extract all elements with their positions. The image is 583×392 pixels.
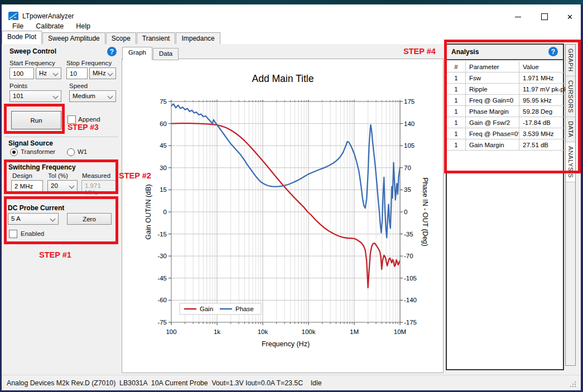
chevron-down-icon (108, 94, 113, 99)
svg-text:0: 0 (404, 209, 407, 215)
svg-text:175: 175 (404, 98, 415, 105)
svg-text:10k: 10k (258, 328, 268, 335)
start-unit-dropdown[interactable]: Hz (36, 67, 61, 79)
svg-text:30: 30 (160, 164, 167, 171)
stop-frequency-input[interactable] (66, 67, 88, 79)
minimize-icon (515, 17, 521, 17)
chart-tab-data[interactable]: Data (153, 48, 179, 60)
chevron-down-icon (53, 94, 59, 99)
svg-text:-140: -140 (404, 297, 417, 303)
w1-radio[interactable] (67, 148, 75, 156)
help-icon[interactable]: ? (107, 47, 117, 56)
svg-text:-35: -35 (404, 231, 413, 238)
points-label: Points (9, 83, 27, 89)
sweep-control-title: Sweep Control (9, 47, 56, 55)
svg-text:-75: -75 (157, 319, 167, 326)
start-frequency-label: Start Frequency (9, 60, 55, 66)
menubar: FileCalibrateHelp (2, 20, 581, 32)
svg-text:45: 45 (160, 142, 167, 149)
transformer-radio[interactable] (10, 148, 18, 156)
svg-text:35: 35 (404, 186, 411, 193)
chart-tab-graph[interactable]: Graph (122, 47, 152, 60)
desktop-background (0, 0, 583, 4)
svg-text:1M: 1M (350, 328, 359, 335)
titlebar: LTpowerAnalyzer ✕ (2, 4, 581, 20)
y-axis-label-left: Gain OUT/IN (dB) (144, 184, 152, 239)
tab-scope[interactable]: Scope (106, 32, 136, 44)
svg-text:0: 0 (163, 209, 167, 215)
window-title: LTpowerAnalyzer (22, 12, 74, 20)
annotation-box-analysis (444, 40, 581, 173)
svg-text:-15: -15 (157, 231, 167, 238)
chart-tabstrip: GraphData (122, 47, 179, 60)
tab-impedance[interactable]: Impedance (176, 32, 220, 44)
statusbar: Analog Devices M2k Rev.D (Z7010) LB3031A… (2, 375, 581, 390)
svg-text:15: 15 (160, 186, 167, 193)
screen: LTpowerAnalyzer ✕ FileCalibrateHelp Bode… (0, 0, 583, 392)
svg-text:1k: 1k (214, 328, 220, 335)
w1-label: W1 (78, 148, 87, 155)
annotation-box-switching-frequency (4, 159, 118, 194)
annotation-box-run (4, 104, 65, 134)
svg-text:70: 70 (404, 164, 411, 171)
svg-text:10M: 10M (394, 328, 406, 335)
svg-text:100: 100 (166, 328, 176, 335)
chevron-down-icon (108, 71, 113, 76)
bode-plot-chart: 1001k10k100k1M10M75175601404510530701535… (122, 59, 444, 373)
divider (4, 137, 118, 137)
tab-transient[interactable]: Transient (137, 32, 176, 44)
menu-file[interactable]: File (6, 21, 30, 32)
step2-label: STEP #2 (119, 171, 151, 180)
chevron-down-icon (53, 71, 59, 76)
svg-text:Gain: Gain (200, 306, 213, 312)
svg-text:60: 60 (160, 120, 167, 127)
signal-source-title: Signal Source (8, 139, 53, 147)
status-text: Analog Devices M2k Rev.D (Z7010) LB3031A… (7, 379, 322, 387)
close-icon: ✕ (567, 13, 573, 21)
transformer-label: Transformer (21, 148, 55, 155)
stop-unit-dropdown[interactable]: MHz (89, 67, 116, 79)
maximize-icon (541, 13, 548, 20)
svg-text:105: 105 (404, 142, 415, 149)
menu-help[interactable]: Help (70, 21, 97, 32)
svg-text:-175: -175 (404, 319, 417, 326)
tab-sweep-amplitude[interactable]: Sweep Amplitude (42, 32, 105, 44)
svg-text:100k: 100k (302, 328, 316, 335)
resize-grip[interactable] (575, 386, 576, 387)
chart-title: Add Main Title (252, 73, 314, 84)
stop-frequency-label: Stop Frequency (66, 60, 112, 66)
start-frequency-input[interactable] (9, 67, 34, 79)
svg-text:Phase: Phase (235, 306, 254, 312)
svg-text:75: 75 (160, 98, 167, 105)
annotation-box-dc-probe (4, 196, 118, 244)
svg-text:-60: -60 (157, 297, 167, 303)
append-label: Append (78, 116, 100, 123)
svg-text:140: 140 (404, 120, 415, 127)
menu-calibrate[interactable]: Calibrate (30, 21, 70, 32)
svg-text:-30: -30 (157, 253, 167, 259)
points-dropdown[interactable]: 101 (9, 90, 61, 102)
svg-text:-45: -45 (157, 275, 167, 282)
svg-text:-70: -70 (404, 253, 413, 259)
x-axis-label: Frequency (Hz) (262, 340, 310, 348)
tab-bode-plot[interactable]: Bode Plot (2, 31, 42, 44)
step4-label: STEP #4 (403, 47, 436, 56)
svg-text:-105: -105 (404, 275, 417, 282)
speed-dropdown[interactable]: Medium (69, 90, 116, 102)
step1-label: STEP #1 (39, 250, 71, 259)
speed-label: Speed (69, 83, 88, 89)
y-axis-label-right: Phase IN - OUT (Deg) (421, 177, 429, 246)
step3-label: STEP #3 (68, 123, 99, 132)
